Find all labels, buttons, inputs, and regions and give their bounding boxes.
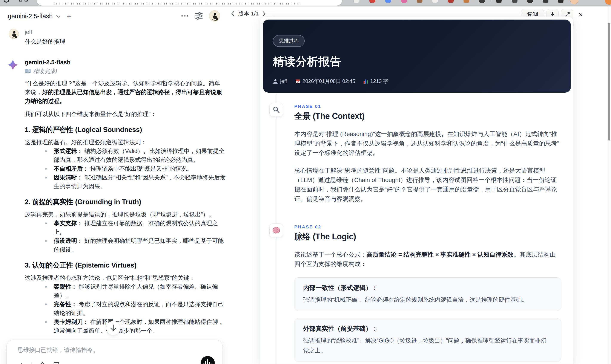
hero-badge: 思维过程 [273, 35, 305, 47]
chat-header: gemini-2.5-flash + [0, 6, 226, 26]
toolbar-separator [491, 0, 491, 3]
meta-date: 17 2026年01月08日 02:45 [295, 78, 355, 85]
gemini-logo-icon [7, 59, 18, 70]
section-heading: 1. 逻辑的严密性 (Logical Soundness) [25, 126, 226, 134]
phase-block: PHASE 02 脉络 (The Logic) 该论述基于一个核心公式：高质量结… [269, 223, 566, 364]
browser-account-avatar[interactable] [570, 0, 578, 4]
extension-icon[interactable] [354, 0, 359, 3]
phase-title: 脉络 (The Logic) [294, 231, 561, 242]
card-title: 内部一致性（形式逻辑）： [303, 284, 552, 292]
list-item: 不自相矛盾： 推理链条中不能出现“既是又非”的情况。 [25, 164, 226, 173]
report-hero: 思维过程 精读分析报告 jeff 17 2026年01月08日 02:45 [263, 20, 571, 93]
composer: 思维接口已就绪，请传输指令。 [6, 340, 223, 364]
model-selector[interactable]: gemini-2.5-flash [8, 13, 53, 20]
card-body: 强调推理的“经验校准”。解决“GIGO（垃圾进，垃圾出）”问题，确保推理引擎运行… [303, 336, 552, 355]
info-card: 内部一致性（形式逻辑）： 强调推理的“机械正确”。结论必须在给定的规则系统内逻辑… [294, 277, 561, 311]
svg-text:17: 17 [296, 81, 299, 83]
tune-sliders-icon[interactable] [194, 12, 203, 20]
calendar-icon: 17 [295, 79, 300, 84]
url-text-remnant [54, 3, 301, 4]
bullet-list: 事实支撑： 推理建立在可靠的数据、准确的观测或公认的真理之上。 假设透明： 好的… [25, 219, 226, 254]
message-author: jeff [25, 28, 226, 36]
list-item: 客观性： 能够识别并尽量排除个人偏见（如幸存者偏差、确认偏差）。 [25, 282, 226, 300]
scroll-to-bottom-button[interactable] [106, 321, 120, 335]
phase-block: PHASE 01 全景 (The Context) 本内容是对“推理 (Reas… [269, 103, 566, 212]
skills-diamonds-icon[interactable] [38, 362, 47, 364]
extension-icon[interactable] [432, 0, 438, 3]
version-navigator: 版本 1/1 [231, 10, 266, 17]
extension-icon[interactable] [496, 0, 502, 3]
artifact-panel[interactable]: 思维过程 精读分析报告 jeff 17 2026年01月08日 02:45 [260, 16, 574, 364]
browser-profile-icon[interactable] [3, 0, 10, 3]
waveform-bar [209, 362, 210, 364]
extension-icon[interactable] [417, 0, 423, 3]
waveform-bar [207, 359, 208, 364]
bullet-list: 客观性： 能够识别并尽量排除个人偏见（如幸存者偏差、确认偏差）。 完备性： 考虑… [25, 282, 226, 335]
extension-icon[interactable] [512, 0, 518, 3]
more-options-icon[interactable] [181, 15, 188, 16]
extension-icon[interactable] [385, 0, 391, 3]
extension-icon[interactable] [401, 0, 407, 3]
new-chat-button[interactable]: + [67, 13, 71, 19]
chat-message-list[interactable]: jeff 什么是好的推理 gemini-2.5-flash 精读完成! “什么是… [0, 25, 226, 364]
list-item: 事实支撑： 推理建立在可靠的数据、准确的观测或公认的真理之上。 [25, 219, 226, 237]
user-avatar[interactable] [209, 10, 220, 22]
extension-icon[interactable] [605, 0, 611, 5]
bookmark-icon[interactable] [53, 362, 60, 364]
browser-address-bar[interactable] [37, 0, 342, 6]
section-heading: 3. 认知的公正性 (Epistemic Virtues) [25, 261, 226, 269]
phase-paragraph: 核心情境在于解决“思考的随意性”问题。不论是人类通过批判性思维进行决策，还是大语… [294, 166, 561, 204]
artifact-area: 版本 1/1 复制 × 思维过程 精读分析报告 [226, 6, 611, 364]
chevron-down-icon[interactable] [56, 15, 60, 18]
close-artifact-button[interactable]: × [576, 9, 586, 20]
attach-plus-icon[interactable] [18, 363, 25, 364]
brain-icon [269, 223, 283, 237]
intro-paragraph-2: 我们可以从以下四个维度来衡量什么是“好的推理”： [25, 110, 226, 119]
section-lead: 这是推理的基石。好的推理必须遵循逻辑法则： [25, 138, 226, 147]
section-lead: 这涉及推理者的心态和方法论，也是区分“杠精”和“思想家”的关键： [25, 273, 226, 282]
chevron-left-icon[interactable] [231, 11, 235, 17]
extension-icon[interactable] [558, 0, 563, 3]
report-title: 精读分析报告 [273, 54, 571, 69]
composer-input[interactable]: 思维接口已就绪，请传输指令。 [17, 346, 207, 354]
extension-icon[interactable] [448, 0, 454, 3]
status-text: 精读完成! [33, 67, 57, 75]
browser-toolbar [0, 0, 611, 6]
voice-input-button[interactable] [200, 356, 215, 364]
divider [31, 362, 32, 364]
extension-icon[interactable] [464, 0, 469, 3]
info-card: 外部真实性（前提基础）： 强调推理的“经验校准”。解决“GIGO（垃圾进，垃圾出… [294, 318, 561, 362]
version-label: 版本 1/1 [238, 10, 259, 17]
browser-tab-icon[interactable] [25, 0, 28, 1]
list-item: 形式逻辑： 结构必须有效（Valid）。比如演绎推理中，如果前提全部为真，那么通… [25, 147, 226, 164]
message-text: 什么是好的推理 [25, 37, 226, 46]
section-lead: 逻辑再完美，如果前提是错误的，推理也是垃圾（即“垃圾进，垃圾出”）。 [25, 210, 226, 219]
scrollbar-thumb[interactable] [608, 23, 610, 141]
list-item: 奥卡姆剃刀： 在解释同一个现象时，如果两种推理都能站得住脚，通常倾向于最简单、假… [25, 318, 226, 335]
phase-label: PHASE 02 [294, 224, 561, 230]
assistant-markdown: “什么是好的推理？”这是一个涉及逻辑学、认知科学和哲学核心的问题。简单来说，好的… [25, 79, 226, 364]
extension-icon[interactable] [543, 0, 548, 3]
extension-icon[interactable] [527, 0, 533, 3]
waveform-bar [205, 361, 206, 364]
extension-icon[interactable] [369, 0, 375, 3]
bullet-list: 形式逻辑： 结构必须有效（Valid）。比如演绎推理中，如果前提全部为真，那么通… [25, 147, 226, 191]
phase-paragraph: 该论述基于一个核心公式：高质量结论 = 结构完整性 × 事实准确性 × 认知自律… [294, 250, 561, 269]
person-icon [273, 79, 278, 84]
browser-tab-icon[interactable] [19, 0, 22, 1]
card-body: 强调推理的“机械正确”。结论必须在给定的规则系统内逻辑自洽，这是推理的硬件基础。 [303, 295, 552, 305]
dimension-cards: 内部一致性（形式逻辑）： 强调推理的“机械正确”。结论必须在给定的规则系统内逻辑… [294, 277, 561, 364]
phase-label: PHASE 01 [294, 104, 561, 109]
phase-paragraph: 本内容是对“推理 (Reasoning)”这一抽象概念的高层建模。在知识爆炸与人… [294, 129, 561, 158]
user-message: jeff 什么是好的推理 [0, 28, 226, 46]
window-scrollbar[interactable] [607, 6, 611, 364]
list-item: 假设透明： 好的推理会明确指明哪些是已知事实，哪些是基于可能的假设。 [25, 237, 226, 254]
report-meta: jeff 17 2026年01月08日 02:45 1213 字 [273, 78, 571, 85]
arrow-down-icon [110, 325, 117, 332]
intro-paragraph: “什么是好的推理？”这是一个涉及逻辑学、认知科学和哲学核心的问题。简单来说，好的… [25, 79, 226, 105]
chevron-right-icon[interactable] [262, 11, 266, 17]
card-title: 外部真实性（前提基础）： [303, 325, 552, 333]
chat-panel: gemini-2.5-flash + jeff 什么是好的 [0, 6, 226, 364]
extension-icon[interactable] [479, 0, 485, 3]
bar-chart-icon [363, 79, 368, 84]
